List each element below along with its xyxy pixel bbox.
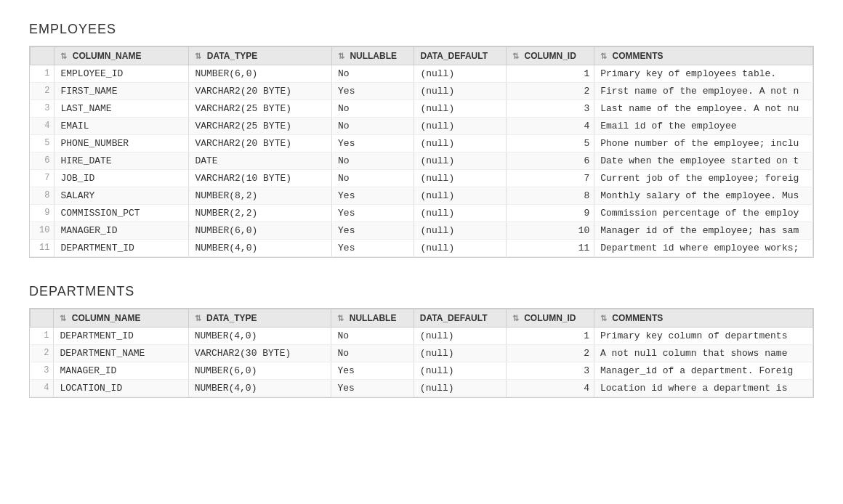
nullable-cell: Yes [332,205,414,222]
column-id-cell: 3 [507,100,594,118]
table-row: 5PHONE_NUMBERVARCHAR2(20 BYTE)Yes(null)5… [31,135,813,153]
nullable-cell: Yes [332,83,414,100]
data-default-cell: (null) [414,83,507,100]
employees-title: EMPLOYEES [29,22,814,37]
data-default-cell: (null) [414,100,507,118]
table-row: 2DEPARTMENT_NAMEVARCHAR2(30 BYTE)No(null… [31,345,813,362]
data-type-cell: DATE [189,153,332,170]
column-name-cell: MANAGER_ID [54,362,188,380]
dept-sort-icon-nullable: ⇅ [337,314,344,323]
comments-cell: Phone number of the employee; inclu [594,135,813,153]
data-type-cell: NUMBER(4,0) [189,240,332,257]
comments-cell: Date when the employee started on t [594,153,813,170]
departments-header-column-id[interactable]: ⇅ COLUMN_ID [506,309,594,328]
dept-sort-icon-comments: ⇅ [600,314,607,323]
column-name-cell: MANAGER_ID [55,222,189,240]
column-id-cell: 4 [506,380,594,397]
nullable-cell: Yes [331,380,414,397]
nullable-cell: No [332,65,414,83]
row-number: 9 [31,205,55,222]
employees-header-data-default[interactable]: DATA_DEFAULT [414,47,507,65]
employees-header-rownum [31,47,55,65]
data-default-cell: (null) [414,205,507,222]
nullable-cell: No [332,153,414,170]
column-id-cell: 2 [507,83,594,100]
dept-sort-icon-column-id: ⇅ [512,314,519,323]
employees-table-wrapper: ⇅ COLUMN_NAME ⇅ DATA_TYPE ⇅ NULLABLE DAT… [29,46,814,258]
row-number: 6 [31,153,55,170]
data-default-cell: (null) [414,153,507,170]
data-type-cell: NUMBER(4,0) [188,328,331,345]
table-row: 2FIRST_NAMEVARCHAR2(20 BYTE)Yes(null)2Fi… [31,83,813,100]
column-id-cell: 9 [507,205,594,222]
table-row: 7JOB_IDVARCHAR2(10 BYTE)No(null)7Current… [31,170,813,187]
column-id-cell: 1 [506,328,594,345]
data-type-cell: NUMBER(6,0) [188,362,331,380]
table-row: 4EMAILVARCHAR2(25 BYTE)No(null)4Email id… [31,118,813,135]
departments-header-nullable[interactable]: ⇅ NULLABLE [331,309,414,328]
employees-header-nullable[interactable]: ⇅ NULLABLE [332,47,414,65]
data-default-cell: (null) [414,118,507,135]
data-type-cell: NUMBER(6,0) [189,222,332,240]
comments-cell: Manager_id of a department. Foreig [594,362,812,380]
data-type-cell: VARCHAR2(10 BYTE) [189,170,332,187]
data-type-cell: VARCHAR2(25 BYTE) [189,118,332,135]
nullable-cell: Yes [332,222,414,240]
departments-header-row: ⇅ COLUMN_NAME ⇅ DATA_TYPE ⇅ NULLABLE DAT… [31,309,813,328]
column-id-cell: 2 [506,345,594,362]
comments-cell: Commission percentage of the employ [594,205,813,222]
comments-cell: Current job of the employee; foreig [594,170,813,187]
column-id-cell: 8 [507,187,594,205]
row-number: 11 [31,240,55,257]
departments-header-data-type[interactable]: ⇅ DATA_TYPE [188,309,331,328]
employees-header-column-name[interactable]: ⇅ COLUMN_NAME [55,47,189,65]
data-default-cell: (null) [414,170,507,187]
row-number: 1 [31,328,54,345]
comments-cell: Email id of the employee [594,118,813,135]
column-id-cell: 3 [506,362,594,380]
data-type-cell: NUMBER(8,2) [189,187,332,205]
nullable-cell: Yes [331,362,414,380]
column-id-cell: 6 [507,153,594,170]
employees-table: ⇅ COLUMN_NAME ⇅ DATA_TYPE ⇅ NULLABLE DAT… [30,46,813,257]
column-id-cell: 4 [507,118,594,135]
comments-cell: Primary key column of departments [594,328,812,345]
column-name-cell: DEPARTMENT_NAME [54,345,188,362]
table-row: 1DEPARTMENT_IDNUMBER(4,0)No(null)1Primar… [31,328,813,345]
nullable-cell: Yes [332,135,414,153]
data-default-cell: (null) [414,240,507,257]
departments-header-rownum [31,309,54,328]
dept-sort-icon-data-type: ⇅ [195,314,201,323]
comments-cell: Manager id of the employee; has sam [594,222,813,240]
nullable-cell: Yes [332,187,414,205]
row-number: 4 [31,380,54,397]
row-number: 8 [31,187,55,205]
column-id-cell: 7 [507,170,594,187]
data-type-cell: NUMBER(2,2) [189,205,332,222]
departments-header-comments[interactable]: ⇅ COMMENTS [594,309,812,328]
employees-header-data-type[interactable]: ⇅ DATA_TYPE [189,47,332,65]
data-default-cell: (null) [414,222,507,240]
dept-sort-icon-column-name: ⇅ [60,314,66,323]
data-type-cell: NUMBER(4,0) [188,380,331,397]
employees-header-comments[interactable]: ⇅ COMMENTS [594,47,813,65]
column-name-cell: HIRE_DATE [55,153,189,170]
sort-icon-comments: ⇅ [600,52,607,61]
data-default-cell: (null) [414,345,506,362]
row-number: 4 [31,118,55,135]
data-type-cell: VARCHAR2(20 BYTE) [189,83,332,100]
sort-icon-data-type: ⇅ [195,52,201,61]
table-row: 9COMMISSION_PCTNUMBER(2,2)Yes(null)9Comm… [31,205,813,222]
sort-icon-column-id: ⇅ [512,52,519,61]
departments-table: ⇅ COLUMN_NAME ⇅ DATA_TYPE ⇅ NULLABLE DAT… [30,309,813,397]
employees-header-column-id[interactable]: ⇅ COLUMN_ID [507,47,594,65]
data-default-cell: (null) [414,65,507,83]
column-name-cell: EMPLOYEE_ID [55,65,189,83]
employees-header-row: ⇅ COLUMN_NAME ⇅ DATA_TYPE ⇅ NULLABLE DAT… [31,47,813,65]
column-name-cell: COMMISSION_PCT [55,205,189,222]
row-number: 3 [31,100,55,118]
departments-table-wrapper: ⇅ COLUMN_NAME ⇅ DATA_TYPE ⇅ NULLABLE DAT… [29,308,814,398]
sort-icon-column-name: ⇅ [60,52,67,61]
departments-header-column-name[interactable]: ⇅ COLUMN_NAME [54,309,188,328]
departments-header-data-default[interactable]: DATA_DEFAULT [414,309,506,328]
